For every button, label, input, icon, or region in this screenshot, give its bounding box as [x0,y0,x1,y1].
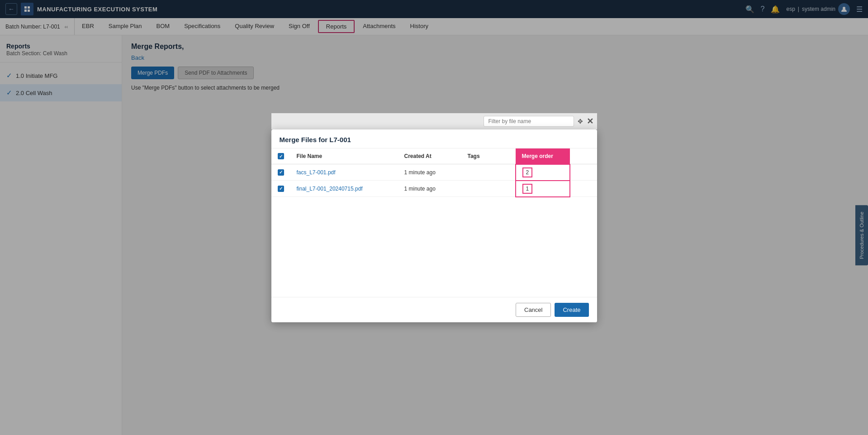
table-row: facs_L7-001.pdf 1 minute ago 2 [271,164,597,181]
modal-footer: Cancel Create [271,297,597,322]
row1-checkbox-cell [271,164,290,181]
modal-body: File Name Created At Tags [271,148,597,297]
modal-filter-bar: ✥ ✕ [271,113,597,129]
row2-created-cell: 1 minute ago [398,181,461,197]
row2-file-link[interactable]: final_L7-001_20240715.pdf [297,186,363,192]
table-header-row: File Name Created At Tags [271,148,597,164]
th-filename: File Name [290,148,398,164]
row2-merge-order-cell: 1 [516,181,570,197]
select-all-checkbox[interactable] [278,153,284,159]
content-area: Merge Reports, Back Merge PDFs Send PDF … [122,35,868,435]
filter-input[interactable] [484,116,574,127]
row2-checkbox-cell [271,181,290,197]
row1-tags-cell [461,164,516,181]
row1-file-link[interactable]: facs_L7-001.pdf [297,169,336,176]
row1-checkbox[interactable] [278,169,284,176]
th-checkbox [271,148,290,164]
close-modal-icon[interactable]: ✕ [587,116,593,126]
modal-overlay: ✥ ✕ Merge Files for L7-001 [0,0,868,435]
row1-merge-order[interactable]: 2 [522,167,533,177]
modal-header: Merge Files for L7-001 [271,129,597,148]
th-merge-order: Merge order [516,148,570,164]
table-row: final_L7-001_20240715.pdf 1 minute ago 1 [271,181,597,197]
row2-created: 1 minute ago [404,186,436,192]
row2-checkbox[interactable] [278,186,284,192]
th-tags: Tags [461,148,516,164]
row1-actions-cell [570,164,597,181]
row2-merge-order[interactable]: 1 [522,184,533,194]
modal: Merge Files for L7-001 File Name [271,129,597,322]
row1-filename-cell: facs_L7-001.pdf [290,164,398,181]
row1-created: 1 minute ago [404,169,436,176]
modal-container: ✥ ✕ Merge Files for L7-001 [271,113,597,322]
cancel-button[interactable]: Cancel [516,303,551,317]
expand-icon[interactable]: ✥ [578,118,583,125]
th-actions [570,148,597,164]
main-layout: Reports Batch Section: Cell Wash ✓ 1.0 I… [0,35,868,435]
create-button[interactable]: Create [555,303,588,317]
row1-created-cell: 1 minute ago [398,164,461,181]
file-table: File Name Created At Tags [271,148,597,197]
modal-title: Merge Files for L7-001 [280,136,589,143]
file-table-body: facs_L7-001.pdf 1 minute ago 2 [271,164,597,197]
th-created: Created At [398,148,461,164]
row2-tags-cell [461,181,516,197]
modal-empty-area [271,197,597,297]
row2-filename-cell: final_L7-001_20240715.pdf [290,181,398,197]
row1-merge-order-cell: 2 [516,164,570,181]
row2-actions-cell [570,181,597,197]
